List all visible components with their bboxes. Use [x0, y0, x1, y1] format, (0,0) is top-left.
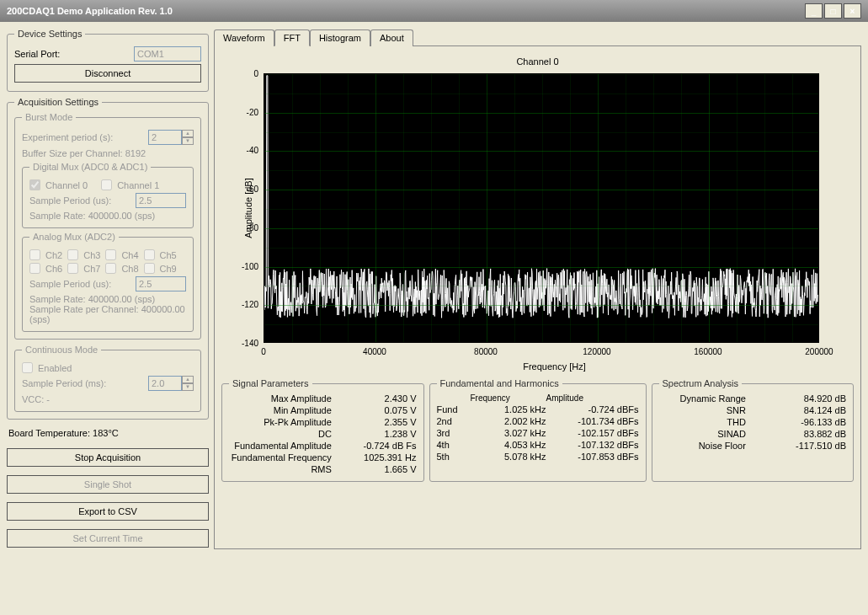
- param-name: Fundamental Frequency: [229, 452, 332, 463]
- ch8-label: Ch8: [121, 264, 138, 274]
- harmonic-value: -0.724 dBFs: [546, 404, 639, 414]
- harmonic-value: -101.734 dBFs: [546, 416, 639, 426]
- ch7-checkbox: [67, 263, 78, 274]
- analog-mux-group: Analog Mux (ADC2) Ch2 Ch3 Ch4 Ch5 Ch6 Ch…: [22, 232, 194, 332]
- ch7-label: Ch7: [83, 264, 100, 274]
- digital-mux-group: Digital Mux (ADC0 & ADC1) Channel 0 Chan…: [22, 162, 194, 228]
- y-tick-label: -140: [233, 339, 258, 348]
- ch6-checkbox: [29, 263, 40, 274]
- harmonic-value: 5.078 kHz: [471, 452, 546, 462]
- continuous-mode-legend: Continuous Mode: [22, 345, 101, 355]
- harmonic-value: 4.053 kHz: [471, 440, 546, 450]
- single-shot-button: Single Shot: [7, 475, 209, 494]
- ch4-checkbox: [105, 249, 116, 260]
- amux-sample-rate-per-ch-label: Sample Rate per Channel: 400000.00 (sps): [29, 304, 186, 324]
- y-tick-label: -20: [233, 107, 258, 116]
- harmonics-legend: Fundamental and Harmonics: [437, 378, 562, 388]
- ch6-label: Ch6: [45, 264, 62, 274]
- ch2-label: Ch2: [45, 250, 62, 260]
- burst-mode-legend: Burst Mode: [22, 112, 76, 122]
- channel0-checkbox: [29, 179, 40, 190]
- spectrum-analysis-group: Spectrum Analysis Dynamic Range84.920 dB…: [652, 378, 855, 482]
- disconnect-button[interactable]: Disconnect: [14, 64, 201, 83]
- signal-parameters-group: Signal Parameters Max Amplitude2.430 VMi…: [221, 378, 424, 482]
- tab-about[interactable]: About: [370, 29, 413, 46]
- param-name: Max Amplitude: [229, 393, 332, 404]
- ch5-label: Ch5: [160, 250, 177, 260]
- y-tick-label: -80: [233, 222, 258, 232]
- minimize-button[interactable]: _: [805, 3, 823, 19]
- spectrum-analysis-legend: Spectrum Analysis: [659, 378, 742, 388]
- device-settings-legend: Device Settings: [14, 29, 85, 39]
- x-tick-label: 200000: [805, 347, 833, 356]
- param-value: -0.724 dB Fs: [347, 441, 417, 451]
- buffer-size-label: Buffer Size per Channel: 8192: [22, 148, 194, 158]
- fft-chart: Channel 0 Amplitude [dB] Frequency [Hz] …: [221, 53, 854, 373]
- param-value: 1.238 V: [347, 429, 417, 439]
- harmonic-name: Fund: [437, 404, 471, 414]
- y-tick-label: 0: [233, 69, 258, 78]
- dmux-sample-period-label: Sample Period (us):: [29, 195, 111, 206]
- stop-acquisition-button[interactable]: Stop Acquisition: [7, 448, 209, 467]
- ch9-label: Ch9: [160, 264, 177, 274]
- channel1-label: Channel 1: [117, 180, 159, 190]
- tab-fft[interactable]: FFT: [274, 29, 310, 46]
- param-value: 1.665 V: [347, 464, 417, 474]
- acquisition-settings-group: Acquisition Settings Burst Mode Experime…: [7, 97, 209, 420]
- harmonics-header: Amplitude: [546, 393, 639, 403]
- amux-sample-rate-label: Sample Rate: 400000.00 (sps): [29, 294, 186, 304]
- param-value: 1025.391 Hz: [347, 452, 417, 463]
- spectrum-name: Dynamic Range: [659, 393, 746, 404]
- x-axis-title: Frequency [Hz]: [523, 361, 586, 372]
- maximize-button[interactable]: □: [824, 3, 842, 19]
- harmonic-value: 2.002 kHz: [471, 416, 546, 426]
- spectrum-name: THD: [659, 417, 746, 427]
- spectrum-value: 84.920 dB: [758, 393, 846, 404]
- harmonic-name: 2nd: [437, 416, 471, 426]
- spectrum-value: 83.882 dB: [758, 429, 846, 439]
- chart-title: Channel 0: [221, 56, 854, 67]
- vcc-label: VCC: -: [22, 394, 194, 404]
- spectrum-name: SNR: [659, 405, 746, 415]
- harmonic-value: -107.853 dBFs: [546, 452, 639, 462]
- harmonics-group: Fundamental and Harmonics FrequencyAmpli…: [429, 378, 647, 482]
- tab-waveform[interactable]: Waveform: [214, 29, 274, 46]
- tab-histogram[interactable]: Histogram: [310, 29, 370, 46]
- continuous-mode-group: Continuous Mode Enabled Sample Period (m…: [14, 345, 201, 412]
- acquisition-settings-legend: Acquisition Settings: [14, 97, 102, 107]
- spectrum-name: SINAD: [659, 429, 746, 439]
- amux-sample-period-label: Sample Period (us):: [29, 279, 111, 289]
- analog-mux-legend: Analog Mux (ADC2): [29, 232, 119, 242]
- cont-sample-period-label: Sample Period (ms):: [22, 378, 106, 388]
- param-value: 0.075 V: [347, 405, 417, 415]
- harmonic-name: 4th: [437, 440, 471, 450]
- harmonic-value: -107.132 dBFs: [546, 440, 639, 450]
- y-tick-label: -120: [233, 300, 258, 309]
- ch3-checkbox: [67, 249, 78, 260]
- x-tick-label: 160000: [694, 347, 722, 356]
- x-tick-label: 0: [261, 347, 266, 356]
- dmux-sample-rate-label: Sample Rate: 400000.00 (sps): [29, 211, 186, 221]
- burst-mode-group: Burst Mode Experiment period (s): ▲ ▼ Bu…: [14, 112, 201, 340]
- param-name: Pk-Pk Amplitude: [229, 417, 332, 427]
- channel0-label: Channel 0: [45, 180, 88, 190]
- set-current-time-button: Set Current Time: [7, 529, 209, 548]
- cont-sample-period-field: [148, 376, 182, 391]
- serial-port-field: [134, 46, 201, 62]
- spectrum-value: -117.510 dB: [758, 441, 846, 451]
- dmux-sample-period-field: [136, 193, 186, 208]
- titlebar: 200CDAQ1 Demo Application Rev. 1.0 _ □ ×: [0, 0, 868, 22]
- export-csv-button[interactable]: Export to CSV: [7, 502, 209, 521]
- harmonic-name: 5th: [437, 452, 471, 462]
- close-button[interactable]: ×: [844, 3, 861, 19]
- x-tick-label: 80000: [474, 347, 498, 356]
- ch4-label: Ch4: [121, 250, 138, 260]
- titlebar-buttons: _ □ ×: [805, 3, 861, 19]
- spectrum-value: 84.124 dB: [758, 405, 846, 415]
- y-tick-label: -40: [233, 146, 258, 155]
- ch9-checkbox: [144, 263, 155, 274]
- board-temperature-label: Board Temperature: 183°C: [8, 428, 207, 438]
- spinner-up-icon: ▲: [182, 376, 194, 383]
- digital-mux-legend: Digital Mux (ADC0 & ADC1): [29, 162, 151, 172]
- harmonic-value: 3.027 kHz: [471, 428, 546, 438]
